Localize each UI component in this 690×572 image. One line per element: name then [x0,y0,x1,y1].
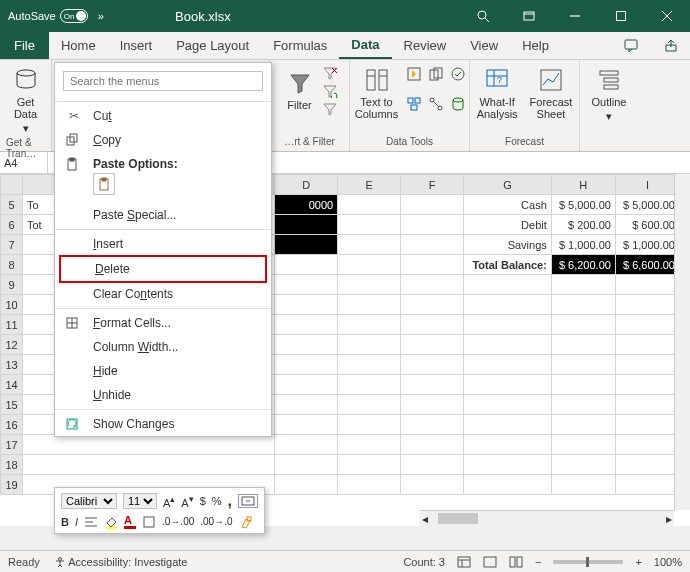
row-header[interactable]: 9 [1,275,23,295]
increase-font-icon[interactable]: A▴ [163,493,175,509]
zoom-in-icon[interactable]: + [635,556,641,568]
col-header-e[interactable]: E [338,175,401,195]
decrease-font-icon[interactable]: A▾ [181,493,193,509]
comments-button[interactable] [612,32,652,59]
scroll-right-icon[interactable]: ▸ [666,512,672,526]
bold-icon[interactable]: B [61,516,69,528]
what-if-button[interactable]: ? What-If Analysis [473,64,522,122]
text-to-columns-button[interactable]: Text to Columns [351,64,402,122]
view-normal-icon[interactable] [457,556,471,568]
paste-option-icon[interactable] [93,173,115,195]
filter-button[interactable]: Filter [282,64,318,116]
autosave-toggle[interactable]: AutoSave On » [0,9,112,23]
currency-icon[interactable]: $ [200,495,206,507]
row-header[interactable]: 14 [1,375,23,395]
view-layout-icon[interactable] [483,556,497,568]
consolidate-icon[interactable] [406,96,424,122]
name-box[interactable]: A4 [0,152,48,173]
menu-clear-contents[interactable]: Clear Contents [55,282,271,306]
align-icon[interactable] [84,516,98,528]
tab-page-layout[interactable]: Page Layout [164,32,261,59]
clear-filter-icon[interactable] [322,66,338,80]
row-header[interactable]: 11 [1,315,23,335]
accessibility-status[interactable]: Accessibility: Investigate [54,556,188,568]
flash-fill-icon[interactable] [406,66,424,92]
menu-cut[interactable]: ✂Cut [55,104,271,128]
col-header-h[interactable]: H [551,175,615,195]
col-header-f[interactable]: F [401,175,464,195]
tab-insert[interactable]: Insert [108,32,165,59]
advanced-filter-icon[interactable] [322,102,338,116]
close-button[interactable] [644,0,690,32]
scroll-left-icon[interactable]: ◂ [422,512,428,526]
scroll-thumb[interactable] [438,513,478,524]
percent-icon[interactable]: % [212,495,222,507]
row-header[interactable]: 17 [1,435,23,455]
view-break-icon[interactable] [509,556,523,568]
horizontal-scrollbar[interactable]: ◂ ▸ [420,510,674,526]
row-header[interactable]: 15 [1,395,23,415]
font-select[interactable]: Calibri [61,493,117,509]
minimize-button[interactable] [552,0,598,32]
row-header[interactable]: 6 [1,215,23,235]
menu-column-width[interactable]: Column Width... [55,335,271,359]
zoom-out-icon[interactable]: − [535,556,541,568]
row-header[interactable]: 8 [1,255,23,275]
menu-format-cells[interactable]: Format Cells... [55,311,271,335]
data-validation-icon[interactable] [450,66,468,92]
size-select[interactable]: 11 [123,493,157,509]
share-button[interactable] [652,32,690,59]
tab-review[interactable]: Review [392,32,459,59]
row-header[interactable]: 19 [1,475,23,495]
fill-color-icon[interactable] [104,515,118,529]
outline-button[interactable]: Outline ▾ [588,64,631,125]
vertical-scrollbar[interactable] [674,174,690,510]
tab-help[interactable]: Help [510,32,561,59]
select-all[interactable] [1,175,23,195]
more-icon[interactable]: » [98,10,104,22]
relationships-icon[interactable] [428,96,446,122]
col-header-g[interactable]: G [464,175,552,195]
menu-paste-special[interactable]: Paste Special... [55,203,271,227]
reapply-icon[interactable] [322,84,338,98]
font-color-icon[interactable]: A [124,514,136,529]
tab-view[interactable]: View [458,32,510,59]
toggle-switch[interactable]: On [60,9,88,23]
search-title-icon[interactable] [460,0,506,32]
menu-copy[interactable]: Copy [55,128,271,152]
row-header[interactable]: 10 [1,295,23,315]
col-header-i[interactable]: I [615,175,679,195]
row-header[interactable]: 18 [1,455,23,475]
merge-icon[interactable] [238,494,258,508]
tab-data[interactable]: Data [339,32,391,59]
maximize-button[interactable] [598,0,644,32]
menu-hide[interactable]: Hide [55,359,271,383]
forecast-sheet-button[interactable]: Forecast Sheet [526,64,577,122]
menu-search-input[interactable] [63,71,263,91]
tab-home[interactable]: Home [49,32,108,59]
menu-unhide[interactable]: Unhide [55,383,271,407]
row-header[interactable]: 5 [1,195,23,215]
zoom-slider[interactable] [553,560,623,564]
border-icon[interactable] [142,515,156,529]
decrease-decimal-icon[interactable]: .00→.0 [200,516,232,527]
row-header[interactable]: 16 [1,415,23,435]
col-header-d[interactable]: D [275,175,338,195]
data-model-icon[interactable] [450,96,468,122]
comma-icon[interactable]: , [228,492,232,510]
menu-insert[interactable]: Insert [55,232,271,256]
menu-show-changes[interactable]: Show Changes [55,412,271,436]
ribbon-display-icon[interactable] [506,0,552,32]
tab-file[interactable]: File [0,32,49,59]
remove-duplicates-icon[interactable] [428,66,446,92]
row-header[interactable]: 12 [1,335,23,355]
increase-decimal-icon[interactable]: .0→.00 [162,516,194,527]
menu-delete[interactable]: Delete [59,255,267,283]
italic-icon[interactable]: I [75,516,78,528]
zoom-level[interactable]: 100% [654,556,682,568]
get-data-button[interactable]: Get Data ▾ [8,64,44,137]
row-header[interactable]: 7 [1,235,23,255]
row-header[interactable]: 13 [1,355,23,375]
tab-formulas[interactable]: Formulas [261,32,339,59]
format-painter-icon[interactable] [239,515,253,529]
